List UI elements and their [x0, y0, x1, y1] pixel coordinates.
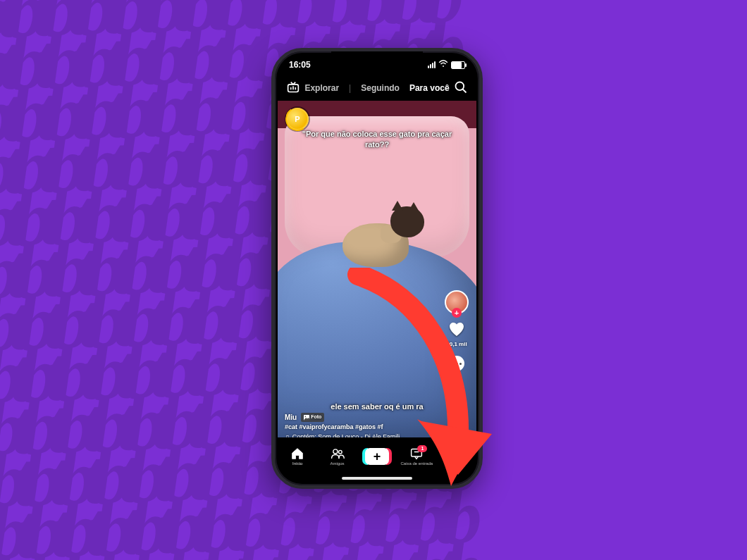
svg-point-5 [456, 82, 464, 90]
create-icon: + [365, 448, 389, 465]
tab-separator: | [349, 83, 351, 93]
tab-seguindo[interactable]: Seguindo [361, 83, 400, 93]
nav-profile-label: Perfil [452, 461, 462, 466]
follow-plus-icon[interactable]: + [452, 308, 462, 318]
bottom-nav: Início Amigos + 1 Caixa de entrada [278, 437, 476, 483]
nav-inbox-label: Caixa de entrada [401, 461, 433, 466]
page-background: tbtbtbtbtbtbtbtbtbtbtbtbtbtb tbtbtbtbtbt… [0, 0, 747, 560]
svg-rect-2 [290, 87, 292, 89]
coin-badge[interactable]: P [286, 108, 309, 130]
phone-frame: 16:05 Explorar | Seguindo Para você [271, 48, 483, 489]
svg-rect-3 [292, 86, 294, 89]
live-icon[interactable] [286, 81, 300, 96]
nav-home[interactable]: Início [280, 447, 315, 466]
svg-line-6 [463, 89, 467, 92]
search-icon[interactable] [454, 80, 468, 97]
comment-button[interactable] [447, 354, 466, 373]
profile-icon [450, 447, 464, 460]
content-type-badge: Foto [301, 413, 324, 422]
tab-explorar[interactable]: Explorar [304, 83, 339, 93]
svg-point-8 [305, 416, 307, 417]
comment-icon [449, 356, 464, 371]
svg-point-12 [454, 449, 459, 454]
video-cat-graphic [342, 206, 420, 270]
like-count: 90,1 mil [446, 341, 467, 347]
phone-notch [331, 51, 423, 67]
nav-friends-label: Amigos [331, 461, 345, 466]
video-hashtags[interactable]: #cat #vaiprofycaramba #gatos #f [285, 423, 441, 433]
save-button[interactable] [447, 390, 466, 409]
inbox-icon: 1 [409, 447, 424, 460]
home-icon [290, 447, 304, 460]
battery-icon [451, 61, 465, 69]
video-caption-top: "Por que não coloca esse gato pra caçar … [278, 129, 476, 150]
top-nav: Explorar | Seguindo Para você [278, 75, 476, 101]
friends-icon [331, 447, 345, 460]
comment-count: 476 [452, 377, 461, 383]
status-time: 16:05 [289, 60, 311, 70]
action-rail: + 90,1 mil 476 680 [441, 290, 472, 440]
svg-point-10 [338, 450, 342, 454]
nav-create[interactable]: + [359, 448, 395, 465]
phone-screen: 16:05 Explorar | Seguindo Para você [278, 54, 476, 483]
svg-rect-4 [295, 87, 296, 89]
svg-point-0 [443, 66, 444, 67]
author-username[interactable]: Miu [285, 412, 297, 423]
svg-point-9 [333, 449, 337, 454]
coin-letter: P [295, 115, 300, 123]
wifi-icon [438, 60, 448, 70]
tab-para-voce[interactable]: Para você [409, 83, 450, 93]
nav-profile[interactable]: Perfil [439, 447, 474, 466]
like-button[interactable] [448, 321, 465, 337]
home-indicator [342, 477, 412, 480]
badge-label: Foto [311, 413, 321, 421]
status-right [428, 60, 465, 70]
inbox-badge: 1 [417, 445, 427, 452]
nav-inbox[interactable]: 1 Caixa de entrada [399, 447, 434, 466]
author-avatar[interactable]: + [445, 290, 469, 314]
nav-friends[interactable]: Amigos [320, 447, 355, 466]
nav-home-label: Início [292, 461, 302, 466]
save-count: 680 [452, 413, 461, 419]
cellular-icon [428, 61, 436, 68]
